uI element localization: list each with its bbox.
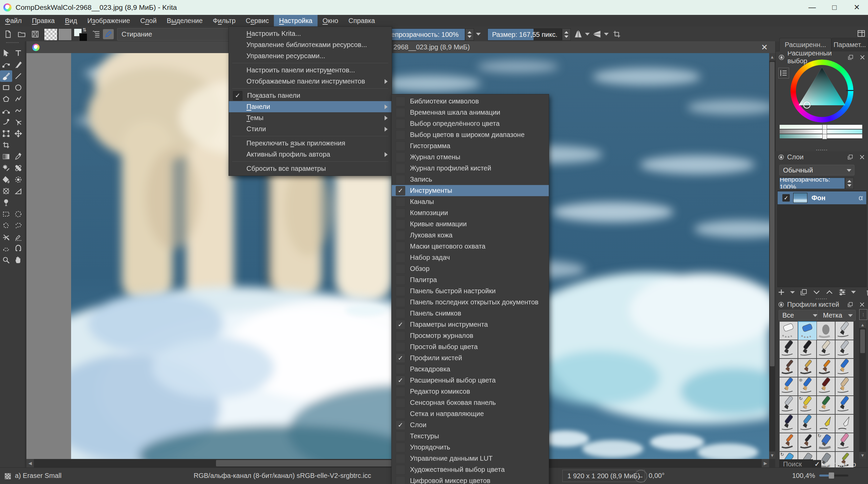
- panels-submenu-item-Журнал отмены[interactable]: Журнал отмены: [392, 152, 549, 163]
- move-layer-down-button[interactable]: [812, 288, 821, 296]
- brush-preset-tile-selected[interactable]: [798, 321, 817, 341]
- tool-select-magnetic[interactable]: [12, 243, 24, 254]
- edit-brush-settings-button[interactable]: [103, 29, 114, 39]
- layers-docker-titlebar[interactable]: Слои: [775, 151, 868, 163]
- brush-preset-tile[interactable]: [779, 433, 798, 452]
- tool-dynamic-brush[interactable]: [0, 116, 12, 128]
- panels-submenu-item-Простой выбор цвета[interactable]: Простой выбор цвета: [392, 341, 549, 352]
- brush-preset-tile[interactable]: [835, 377, 854, 396]
- workspace-chooser-button[interactable]: [856, 28, 867, 39]
- tool-text[interactable]: [12, 47, 24, 59]
- add-layer-caret-icon[interactable]: [790, 291, 795, 294]
- panels-submenu-item-Запись[interactable]: Запись: [392, 174, 549, 185]
- menu-item-Панели[interactable]: Панели: [229, 101, 392, 112]
- tool-line[interactable]: [12, 70, 24, 82]
- panels-submenu-item-Управление данными LUT[interactable]: Управление данными LUT: [392, 453, 549, 464]
- new-document-button[interactable]: [3, 29, 14, 39]
- tool-colorize-mask[interactable]: [12, 174, 24, 185]
- menu-item-Настроить Krita[interactable]: Настроить Krita...: [229, 28, 392, 39]
- panels-submenu-item-Журнал профилей кистей[interactable]: Журнал профилей кистей: [392, 163, 549, 174]
- panels-submenu-item-Расширенный выбор цвета[interactable]: ✓Расширенный выбор цвета: [392, 375, 549, 386]
- canvas-vertical-scrollbar[interactable]: ▲ ▼: [769, 53, 775, 459]
- docker-splitter[interactable]: ••••••: [776, 149, 868, 151]
- zoom-slider[interactable]: [819, 475, 848, 477]
- float-docker-icon[interactable]: [847, 54, 854, 61]
- tool-select-polygonal[interactable]: [0, 220, 12, 231]
- brush-presets-popup-button[interactable]: [91, 29, 102, 39]
- panels-submenu-item-Композиции[interactable]: Композиции: [392, 207, 549, 218]
- panels-submenu-item-Профили кистей[interactable]: ✓Профили кистей: [392, 352, 549, 364]
- tool-crop[interactable]: [0, 139, 12, 151]
- display-settings-button[interactable]: ⋮: [859, 309, 867, 320]
- save-button[interactable]: [30, 29, 41, 39]
- swap-colors-icon[interactable]: ⇅: [83, 27, 87, 32]
- brush-preset-tile[interactable]: [835, 433, 854, 452]
- panels-submenu-item-Библиотеки символов[interactable]: Библиотеки символов: [392, 96, 549, 107]
- brush-preset-tile[interactable]: [835, 414, 854, 433]
- scroll-left-icon[interactable]: ◀: [26, 459, 34, 467]
- canvas-rotation-dial-icon[interactable]: ↔: [634, 470, 647, 483]
- menu-item-Показать панели[interactable]: ✓Показать панели: [229, 90, 392, 101]
- brush-preview-icon[interactable]: [5, 473, 11, 479]
- alpha-lock-icon[interactable]: α: [859, 193, 863, 202]
- panels-submenu-item-Панель быстрой настройки[interactable]: Панель быстрой настройки: [392, 285, 549, 297]
- scroll-down-icon[interactable]: ▼: [769, 452, 775, 459]
- gradient-chooser[interactable]: [44, 28, 58, 41]
- brush-preset-tile[interactable]: [817, 340, 835, 359]
- brush-preset-tile[interactable]: [817, 321, 835, 340]
- open-document-button[interactable]: [16, 29, 27, 39]
- pattern-chooser[interactable]: [58, 28, 72, 41]
- panels-submenu-item-Луковая кожа[interactable]: Луковая кожа: [392, 230, 549, 241]
- image-dimensions[interactable]: 1 920 x 1 200 (8,9 МиБ): [562, 470, 645, 482]
- layer-thumbnail[interactable]: [793, 193, 807, 203]
- brush-preset-tile[interactable]: [798, 359, 817, 377]
- brush-preset-tile[interactable]: [798, 433, 817, 452]
- preset-grid-scrollbar[interactable]: ▲ ▼: [859, 321, 866, 459]
- panels-submenu-item-Цифровой миксер цветов[interactable]: Цифровой миксер цветов: [392, 475, 549, 484]
- panels-submenu-item-Временная шкала анимации[interactable]: Временная шкала анимации: [392, 107, 549, 118]
- brush-preset-tile[interactable]: [779, 377, 798, 396]
- color-selector-dot[interactable]: [803, 101, 810, 109]
- tool-calligraphy[interactable]: [12, 59, 24, 70]
- panels-submenu-item-Палитра[interactable]: Палитра: [392, 274, 549, 285]
- tool-smart-patch[interactable]: [12, 162, 24, 174]
- colorspace-info[interactable]: RGB/альфа-канал (8-бит/канал) sRGB-elle-…: [194, 472, 371, 480]
- menu-item-Переключить язык приложения[interactable]: Переключить язык приложения: [229, 138, 392, 149]
- tool-pattern-edit[interactable]: [0, 162, 12, 174]
- filter-by-tag-checkbox[interactable]: ✓: [813, 460, 821, 468]
- mirror-vertical-button[interactable]: [592, 29, 603, 39]
- tool-zoom[interactable]: [0, 254, 12, 266]
- panels-submenu-item-Гистограмма[interactable]: Гистограмма: [392, 140, 549, 152]
- brush-preset-tile[interactable]: [798, 340, 817, 359]
- zoom-level[interactable]: 100,4%: [792, 472, 815, 480]
- lock-docker-icon[interactable]: [778, 54, 785, 61]
- mirror-horizontal-caret-icon[interactable]: [585, 33, 590, 36]
- background-color-swatch[interactable]: [79, 33, 87, 41]
- brush-preset-tile[interactable]: ↻: [817, 433, 835, 452]
- tool-reference-images[interactable]: [0, 197, 12, 208]
- size-slider[interactable]: Размер: 167,55 пикс.: [487, 28, 562, 41]
- panels-submenu-item-Маски цветового охвата[interactable]: Маски цветового охвата: [392, 241, 549, 252]
- fg-bg-color-selector[interactable]: ⇅: [74, 28, 88, 41]
- menu-item-Управление библиотеками ресурсов[interactable]: Управление библиотеками ресурсов...: [229, 39, 392, 50]
- brush-preset-tile[interactable]: [779, 321, 798, 340]
- tool-assistants[interactable]: [0, 185, 12, 197]
- brush-preset-tile[interactable]: [835, 396, 854, 414]
- brush-preset-tile[interactable]: [835, 359, 854, 377]
- brush-preset-tile[interactable]: [779, 396, 798, 414]
- tool-bezier-curve[interactable]: [0, 105, 12, 116]
- menu-item-Стили[interactable]: Стили: [229, 123, 392, 135]
- layer-opacity-spin[interactable]: [845, 178, 854, 189]
- brush-preset-tile[interactable]: [779, 359, 798, 377]
- tool-pan[interactable]: [12, 254, 24, 266]
- duplicate-layer-button[interactable]: [800, 288, 808, 296]
- panels-submenu-item-Сетка и направляющие[interactable]: Сетка и направляющие: [392, 408, 549, 419]
- panels-submenu-item-Сенсорная боковая панель[interactable]: Сенсорная боковая панель: [392, 397, 549, 408]
- close-button[interactable]: ✕: [846, 0, 868, 15]
- layer-name[interactable]: Фон: [811, 194, 825, 202]
- layer-properties-button[interactable]: [838, 288, 846, 296]
- tool-color-sampler[interactable]: [12, 151, 24, 162]
- menubar-item-Настройка[interactable]: Настройка: [274, 15, 317, 26]
- trim-image-button[interactable]: [611, 29, 622, 39]
- panels-submenu-item-Панель последних открытых документов[interactable]: Панель последних открытых документов: [392, 297, 549, 308]
